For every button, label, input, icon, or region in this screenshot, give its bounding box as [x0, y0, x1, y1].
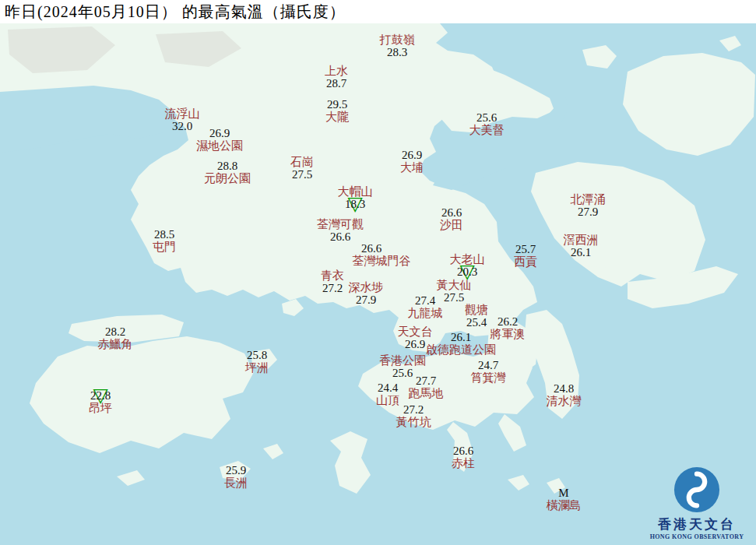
- station-temp: 26.6: [441, 206, 462, 219]
- station-temp: 24.7: [478, 359, 498, 371]
- station: 北潭涌27.9: [571, 193, 606, 218]
- station: 25.9長洲: [224, 464, 248, 489]
- station: 26.9濕地公園: [196, 127, 243, 152]
- station-name: 大美督: [469, 124, 505, 136]
- hko-logo-icon: [673, 466, 721, 514]
- station: 大老山▽20.3: [450, 253, 485, 278]
- station-temp: 26.9: [405, 338, 425, 350]
- station-temp: 26.2: [498, 315, 518, 328]
- station-name: 橫瀾島: [547, 499, 582, 512]
- station-temp: 27.9: [578, 206, 598, 218]
- page-title: 昨日(2024年05月10日） 的最高氣溫（攝氏度）: [0, 2, 346, 23]
- station: 石崗27.5: [290, 156, 314, 181]
- station-temp: 26.6: [361, 242, 382, 255]
- station-temp: ▽22.8: [90, 389, 111, 402]
- station: 29.5大隴: [325, 98, 349, 123]
- station-name: 荃灣可觀: [317, 218, 364, 230]
- station: 26.6沙田: [440, 206, 463, 231]
- station-temp: 27.2: [322, 282, 343, 294]
- station-name: 赤柱: [452, 457, 475, 469]
- station-name: 流浮山: [165, 107, 200, 120]
- station-temp: 32.0: [172, 120, 192, 132]
- station-name: 沙田: [440, 219, 463, 231]
- station: 26.9大埔: [400, 149, 424, 174]
- station-temp: 26.6: [330, 230, 350, 243]
- station-temp: 26.1: [451, 331, 471, 343]
- station-temp: 26.6: [453, 445, 473, 457]
- station-temp: 25.6: [476, 111, 497, 124]
- station-name: 打鼓嶺: [380, 33, 415, 46]
- station: 27.4九龍城: [408, 294, 443, 319]
- station-temp: M: [558, 487, 568, 499]
- station-temp: 25.7: [515, 243, 536, 255]
- station-temp: 24.4: [378, 382, 398, 394]
- station: 27.2黃竹坑: [396, 403, 431, 428]
- station-name: 坪洲: [245, 361, 269, 374]
- station-temp: 28.5: [154, 228, 174, 241]
- station: 深水埗27.9: [349, 281, 384, 306]
- peak-triangle-icon: ▽: [93, 385, 107, 405]
- station-temp: 27.7: [416, 374, 436, 387]
- station-name: 清水灣: [547, 395, 582, 407]
- station: ▽22.8昂坪: [89, 389, 112, 414]
- station-temp: 27.5: [444, 291, 464, 304]
- station: 打鼓嶺28.3: [380, 33, 415, 58]
- station-temp: 27.2: [403, 403, 424, 416]
- station-name: 黃大仙: [437, 279, 472, 291]
- station-name: 赤鱲角: [98, 338, 133, 350]
- station-temp: 25.9: [226, 464, 246, 476]
- station: M橫瀾島: [547, 487, 582, 512]
- station-name: 西貢: [514, 255, 537, 268]
- station-name: 啟德跑道公園: [426, 343, 496, 356]
- station: 觀塘25.4: [465, 304, 488, 329]
- station-name: 跑馬地: [409, 387, 444, 399]
- station: 荃灣可觀26.6: [317, 218, 364, 243]
- stations-layer: 打鼓嶺28.3上水28.729.5大隴流浮山32.026.9濕地公園25.6大美…: [0, 0, 756, 545]
- station-temp: 26.9: [402, 149, 422, 161]
- station: 25.8坪洲: [245, 349, 269, 374]
- station: 25.7西貢: [514, 243, 537, 268]
- station-temp: 28.8: [217, 160, 237, 172]
- station: 26.1啟德跑道公園: [426, 331, 496, 356]
- station: 27.7跑馬地: [409, 374, 444, 399]
- station-name: 石崗: [290, 156, 314, 168]
- hko-logo-en: HONG KONG OBSERVATORY: [645, 533, 748, 540]
- station-name: 北潭涌: [571, 193, 606, 206]
- station-temp: 25.4: [466, 316, 487, 329]
- station: 滘西洲26.1: [564, 234, 599, 258]
- station-name: 大埔: [400, 161, 424, 174]
- station: 28.2赤鱲角: [98, 325, 133, 350]
- station-name: 上水: [325, 65, 348, 77]
- station-name: 昂坪: [89, 402, 112, 414]
- hko-logo: 香港天文台 HONG KONG OBSERVATORY: [645, 466, 748, 540]
- station-name: 深水埗: [349, 281, 384, 294]
- station: 24.7筲箕灣: [471, 359, 506, 384]
- station-name: 大老山: [450, 253, 485, 265]
- station-name: 滘西洲: [564, 234, 599, 246]
- station-temp: 26.1: [571, 246, 591, 258]
- station-name: 九龍城: [408, 307, 443, 319]
- station: 25.6大美督: [469, 111, 505, 136]
- station-name: 大隴: [325, 111, 349, 123]
- station-name: 長洲: [224, 476, 248, 489]
- station-temp: 28.2: [105, 325, 125, 338]
- station: 青衣27.2: [321, 269, 344, 294]
- station-temp: 27.5: [292, 168, 312, 181]
- station-temp: 27.9: [356, 294, 376, 306]
- station-name: 觀塘: [465, 304, 488, 316]
- station-name: 青衣: [321, 269, 344, 282]
- station-temp: 24.8: [554, 382, 574, 395]
- station-name: 元朗公園: [204, 172, 251, 185]
- station-temp: 25.8: [247, 349, 267, 361]
- weather-map-screen: 昨日(2024年05月10日） 的最高氣溫（攝氏度） 打鼓嶺28.3上水28.7…: [0, 0, 756, 545]
- hko-logo-zh: 香港天文台: [645, 515, 748, 533]
- station-name: 香港公園: [379, 354, 426, 367]
- station-temp: 28.3: [387, 46, 407, 58]
- station-temp: 26.9: [209, 127, 230, 139]
- station: 26.6赤柱: [452, 445, 475, 469]
- station-name: 黃竹坑: [396, 416, 431, 428]
- station-temp: 29.5: [327, 98, 347, 111]
- station-temp: 28.7: [326, 77, 346, 90]
- station: 28.8元朗公園: [204, 160, 251, 185]
- station-name: 荃灣城門谷: [353, 255, 411, 267]
